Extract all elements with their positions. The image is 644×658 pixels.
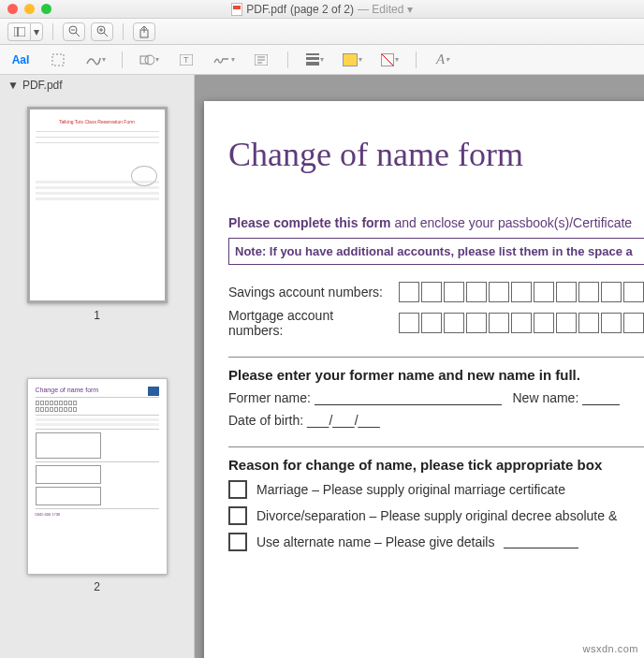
new-name-input[interactable] <box>582 392 620 405</box>
form-title: Change of name form <box>228 135 644 174</box>
border-color-button[interactable]: ▾ <box>337 50 367 70</box>
markup-toolbar: AaI ▾ ▾ T ▾ ▾ ▾ ▾ A▾ <box>0 45 644 75</box>
section-reason: Reason for change of name, please tick a… <box>228 446 644 473</box>
share-button[interactable] <box>133 22 155 41</box>
window-controls <box>7 4 51 14</box>
font-button[interactable]: A▾ <box>428 50 458 70</box>
titlebar: PDF.pdf (page 2 of 2) — Edited ▾ <box>0 0 644 19</box>
dob-field: Date of birth: ___/___/___ <box>228 413 644 428</box>
svg-rect-1 <box>18 27 25 37</box>
watermark: wsxdn.com <box>582 643 638 654</box>
zoom-out-button[interactable] <box>63 22 85 41</box>
main-toolbar: ▾ <box>0 19 644 45</box>
sketch-tool[interactable]: ▾ <box>80 50 110 70</box>
zoom-icon[interactable] <box>41 4 51 14</box>
svg-rect-11 <box>52 54 64 66</box>
page-number-2: 2 <box>94 580 100 593</box>
close-icon[interactable] <box>7 4 18 14</box>
document-canvas[interactable]: Change of name form Please complete this… <box>195 75 644 658</box>
checkbox-alternate[interactable] <box>228 533 247 551</box>
pdf-page: Change of name form Please complete this… <box>204 101 644 658</box>
svg-rect-0 <box>14 27 18 37</box>
savings-label: Savings account numbers: <box>228 285 391 300</box>
instruction-text: Please complete this form and enclose yo… <box>228 215 644 230</box>
disclosure-icon: ▼ <box>7 79 19 92</box>
fill-color-button[interactable]: ▾ <box>374 50 404 70</box>
svg-text:T: T <box>183 55 189 65</box>
svg-point-13 <box>145 55 154 65</box>
note-button[interactable] <box>246 50 276 70</box>
minimize-icon[interactable] <box>24 4 35 14</box>
mortgage-label: Mortgage account numbers: <box>228 308 391 338</box>
svg-rect-12 <box>140 56 148 64</box>
shapes-button[interactable]: ▾ <box>134 50 164 70</box>
svg-line-3 <box>76 33 80 37</box>
page-number-1: 1 <box>94 309 100 322</box>
page-thumbnail-2[interactable]: Change of name form 0345 606 1730 <box>27 378 168 575</box>
view-dropdown[interactable]: ▾ <box>30 22 43 41</box>
sidebar-header[interactable]: ▼ PDF.pdf <box>0 75 194 95</box>
line-weight-button[interactable]: ▾ <box>300 50 329 70</box>
text-style-button[interactable]: AaI <box>6 50 36 70</box>
checkbox-divorce[interactable] <box>228 506 247 525</box>
section-names: Please enter your former name and new na… <box>228 357 644 383</box>
checkbox-marriage[interactable] <box>228 480 247 499</box>
zoom-in-button[interactable] <box>91 22 113 41</box>
thumbnail-sidebar: ▼ PDF.pdf Talking Tots Class Reservation… <box>0 75 195 658</box>
note-box: Note: If you have additional accounts, p… <box>228 238 644 265</box>
former-name-input[interactable] <box>315 392 502 405</box>
page-thumbnail-1[interactable]: Talking Tots Class Reservation Form <box>27 107 168 303</box>
window-title: PDF.pdf (page 2 of 2) — Edited ▾ <box>0 3 644 16</box>
former-name-field: Former name: New name: <box>228 390 644 405</box>
sign-button[interactable]: ▾ <box>209 50 239 70</box>
pdf-icon <box>231 3 242 16</box>
savings-input-boxes[interactable] <box>399 282 644 302</box>
view-mode-button[interactable] <box>7 22 30 41</box>
select-tool[interactable] <box>43 50 73 70</box>
svg-line-6 <box>104 33 108 37</box>
dob-input[interactable]: ___/___/___ <box>307 413 380 428</box>
text-box-button[interactable]: T <box>171 50 201 70</box>
mortgage-input-boxes[interactable] <box>399 313 644 333</box>
